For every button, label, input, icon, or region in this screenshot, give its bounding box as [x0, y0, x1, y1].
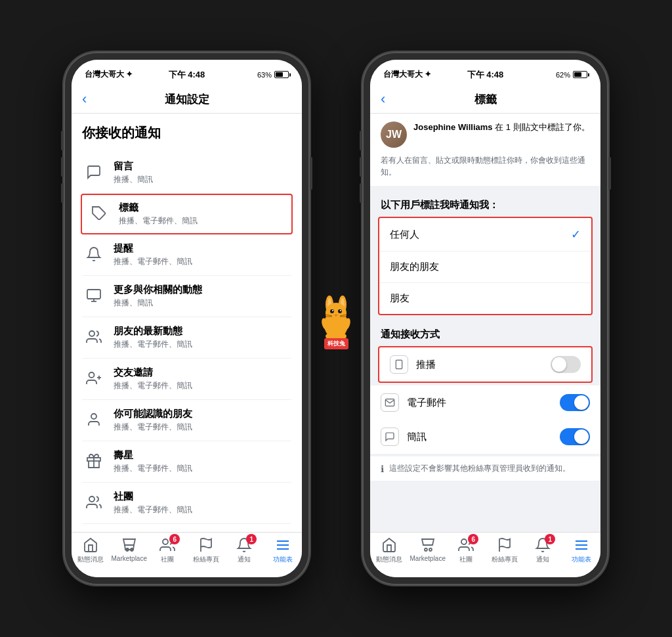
tab-home-right[interactable]: 動態消息	[370, 537, 409, 564]
groups-tab-icon-left: 6	[159, 537, 176, 554]
left-nav-title: 通知設定	[102, 92, 272, 107]
sms-row-container: 簡訊	[370, 420, 600, 454]
groups-badge-left: 6	[169, 534, 180, 544]
right-screen-content: JW Josephine Williams 在 1 則貼文中標註了你。 若有人在…	[370, 114, 600, 532]
svg-point-16	[163, 539, 168, 544]
tag-description: 若有人在留言、貼文或限時動態標註你時，你會收到這些通知。	[381, 154, 590, 178]
setting-item-reminders[interactable]: 提醒 推播、電子郵件、簡訊	[82, 234, 291, 276]
push-notif-icon	[390, 355, 408, 374]
svg-rect-40	[396, 360, 402, 368]
setting-name-people-know: 你可能認識的朋友	[114, 408, 291, 420]
right-tab-bar: 動態消息 Marketplace 6 社團	[370, 532, 600, 577]
push-label: 推播	[416, 359, 543, 371]
left-phone: 台灣大哥大 ✦ 下午 4:48 63% ‹ 通知設定 你接收的通知	[64, 52, 310, 585]
groups-tab-icon-right: 6	[457, 537, 474, 554]
preview-user: Josephine Williams	[413, 122, 493, 132]
setting-text-friends-activity: 朋友的最新動態 推播、電子郵件、簡訊	[114, 325, 291, 350]
setting-item-people-know[interactable]: 你可能認識的朋友 推播、電子郵件、簡訊	[82, 400, 291, 441]
person-add-icon	[82, 366, 106, 390]
setting-desc-friends-activity: 推播、電子郵件、簡訊	[114, 339, 291, 350]
setting-desc-tags: 推播、電子郵件、簡訊	[119, 215, 286, 227]
option-friends[interactable]: 朋友	[379, 283, 591, 314]
setting-item-birthday[interactable]: 壽星 推播、電子郵件、簡訊	[82, 441, 291, 483]
notif-push: 推播	[379, 347, 591, 382]
setting-name-activity: 更多與你相關的動態	[114, 284, 291, 296]
tab-groups-left[interactable]: 6 社團	[148, 537, 187, 564]
tab-notifications-left[interactable]: 1 通知	[225, 537, 264, 564]
setting-item-comments[interactable]: 留言 推播、簡訊	[82, 152, 291, 194]
notifications-tab-icon-right: 1	[534, 537, 551, 554]
tab-label-notifications-right: 通知	[536, 555, 549, 564]
user-avatar: JW	[381, 121, 407, 148]
sms-notif-icon	[381, 428, 399, 446]
push-notif-box: 推播	[378, 346, 593, 383]
tab-marketplace-right[interactable]: Marketplace	[409, 537, 448, 564]
right-indicators: 62%	[556, 71, 587, 79]
email-toggle[interactable]	[560, 394, 590, 411]
left-back-button[interactable]: ‹	[82, 91, 102, 108]
option-friends-of-friends[interactable]: 朋友的朋友	[379, 252, 591, 283]
bell-icon	[82, 242, 106, 266]
method-section-title: 通知接收方式	[370, 320, 600, 346]
setting-text-activity: 更多與你相關的動態 推播、簡訊	[114, 284, 291, 309]
setting-item-friends-activity[interactable]: 朋友的最新動態 推播、電子郵件、簡訊	[82, 317, 291, 359]
tab-pages-left[interactable]: 粉絲專頁	[187, 537, 226, 564]
info-icon: ℹ	[381, 464, 384, 474]
svg-point-4	[89, 331, 94, 336]
notify-section-title: 以下用戶標註我時通知我：	[370, 191, 600, 217]
info-note: ℹ 這些設定不會影響其他粉絲專頁管理員收到的通知。	[370, 456, 600, 481]
activity-icon	[82, 284, 106, 307]
option-friends-label: 朋友	[390, 292, 410, 305]
right-back-button[interactable]: ‹	[381, 91, 400, 108]
setting-name-friends-activity: 朋友的最新動態	[114, 325, 291, 338]
tab-menu-right[interactable]: 功能表	[562, 537, 601, 564]
setting-item-activity[interactable]: 更多與你相關的動態 推播、簡訊	[82, 276, 291, 317]
svg-point-30	[340, 310, 341, 311]
tab-label-groups-left: 社團	[161, 555, 174, 564]
preview-action: 在 1 則貼文中標註了你。	[493, 122, 590, 132]
tab-notifications-right[interactable]: 1 通知	[524, 537, 562, 564]
setting-text-friend-request: 交友邀請 推播、電子郵件、簡訊	[114, 366, 291, 391]
mascot-container: 科技兔	[316, 288, 356, 349]
info-note-text: 這些設定不會影響其他粉絲專頁管理員收到的通知。	[389, 463, 570, 474]
tab-pages-right[interactable]: 粉絲專頁	[486, 537, 524, 564]
right-nav-bar: ‹ 標籤	[370, 84, 600, 114]
tab-groups-right[interactable]: 6 社團	[447, 537, 486, 564]
people-icon	[82, 325, 106, 349]
setting-item-groups[interactable]: 社團 推播、電子郵件、簡訊	[82, 483, 291, 524]
option-anyone[interactable]: 任何人 ✓	[379, 218, 591, 252]
tab-marketplace-left[interactable]: Marketplace	[110, 537, 149, 564]
push-toggle-knob	[552, 357, 566, 372]
left-carrier: 台灣大哥大 ✦	[85, 69, 133, 80]
group-icon	[82, 491, 106, 514]
left-nav-bar: ‹ 通知設定	[72, 84, 302, 114]
setting-desc-friend-request: 推播、電子郵件、簡訊	[114, 380, 291, 391]
push-toggle[interactable]	[551, 356, 581, 373]
avatar-image: JW	[381, 121, 407, 148]
groups-badge-right: 6	[468, 534, 478, 544]
setting-text-reminders: 提醒 推播、電子郵件、簡訊	[114, 242, 291, 267]
svg-point-28	[338, 309, 342, 313]
setting-item-videos[interactable]: 影片	[82, 524, 291, 532]
setting-item-tags[interactable]: 標籤 推播、電子郵件、簡訊	[81, 194, 293, 234]
email-row-container: 電子郵件	[370, 385, 600, 420]
right-status-bar: 台灣大哥大 ✦ 下午 4:48 62%	[370, 60, 600, 84]
tag-preview-box: JW Josephine Williams 在 1 則貼文中標註了你。 若有人在…	[370, 114, 600, 186]
svg-point-44	[461, 539, 467, 544]
preview-text: Josephine Williams 在 1 則貼文中標註了你。	[413, 121, 590, 133]
svg-rect-1	[87, 290, 100, 299]
svg-point-5	[89, 372, 94, 378]
right-time: 下午 4:48	[467, 69, 504, 81]
option-fof-label: 朋友的朋友	[390, 261, 439, 273]
notifications-badge-right: 1	[545, 534, 555, 544]
tab-menu-left[interactable]: 功能表	[264, 537, 303, 564]
sms-toggle[interactable]	[560, 428, 590, 445]
svg-point-29	[332, 310, 333, 311]
tab-home-left[interactable]: 動態消息	[72, 537, 110, 564]
setting-item-friend-request[interactable]: 交友邀請 推播、電子郵件、簡訊	[82, 359, 291, 400]
settings-list: 你接收的通知 留言 推播、簡訊	[72, 114, 302, 532]
right-battery-pct: 62%	[556, 71, 570, 79]
setting-name-comments: 留言	[114, 160, 291, 173]
marketplace-tab-icon-left	[121, 537, 138, 554]
svg-point-42	[425, 548, 427, 551]
